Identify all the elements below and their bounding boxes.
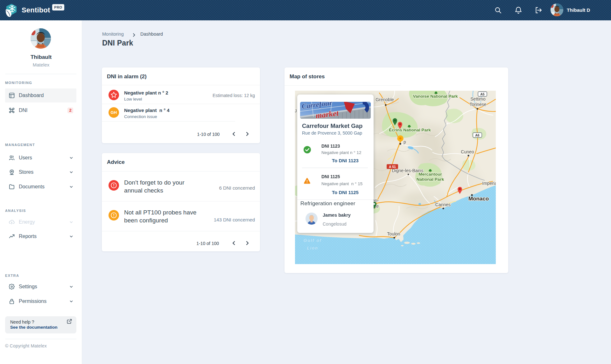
svg-text:Lion: Lion: [307, 246, 319, 250]
svg-text:Cuneo: Cuneo: [461, 149, 474, 154]
svg-text:Monaco: Monaco: [468, 196, 489, 202]
svg-text:Vanoise National Park: Vanoise National Park: [413, 94, 458, 99]
svg-text:A 51: A 51: [389, 165, 396, 169]
svg-text:National Park: National Park: [417, 177, 444, 182]
svg-text:p: p: [404, 139, 406, 144]
svg-text:Settimo: Settimo: [470, 96, 486, 102]
svg-text:Grenoble: Grenoble: [376, 97, 394, 102]
svg-text:A6: A6: [475, 133, 480, 137]
svg-text:Gulf of: Gulf of: [304, 238, 322, 243]
svg-text:Torinese: Torinese: [470, 102, 487, 107]
svg-text:A5: A5: [480, 92, 485, 96]
svg-text:Cannes: Cannes: [435, 202, 451, 207]
svg-text:Toulon: Toulon: [387, 231, 400, 236]
svg-text:Mercantour: Mercantour: [418, 172, 442, 177]
svg-text:Écrins National Park: Écrins National Park: [389, 128, 431, 132]
svg-text:Imperia: Imperia: [482, 181, 496, 186]
svg-text:J: J: [295, 108, 297, 113]
